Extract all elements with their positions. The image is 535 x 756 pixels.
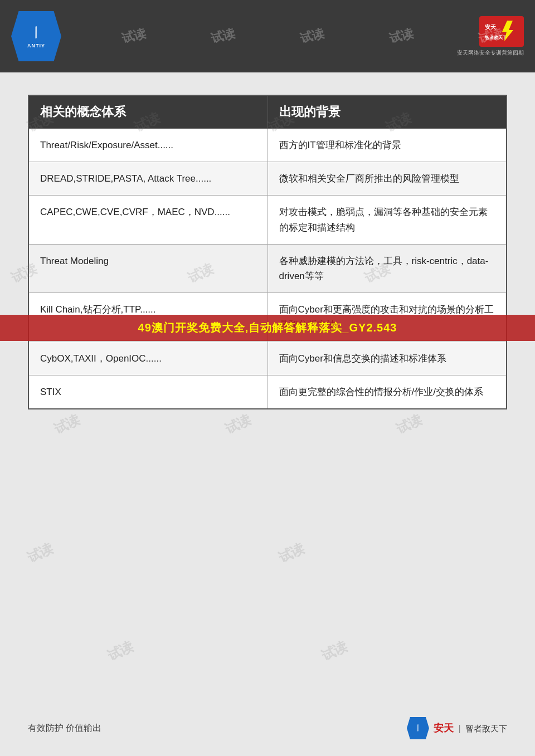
table-row: CAPEC,CWE,CVE,CVRF，MAEC，NVD......对攻击模式，脆…: [28, 196, 507, 244]
table-cell-col1: STIX: [28, 375, 268, 409]
logo-inner: / ANTIY: [27, 24, 45, 48]
table-cell-col2: 各种威胁建模的方法论，工具，risk-centric，data-driven等等: [268, 244, 507, 292]
table-row: Threat Modeling各种威胁建模的方法论，工具，risk-centri…: [28, 244, 507, 292]
table-cell-col1: CybOX,TAXII，OpenIOC......: [28, 342, 268, 375]
footer-left-text: 有效防护 价值输出: [28, 723, 101, 734]
table-cell-col1: Threat/Risk/Exposure/Asset......: [28, 129, 268, 162]
table-cell-col2: 西方的IT管理和标准化的背景: [268, 129, 507, 162]
footer-right: / 安天 | 智者敌天下: [407, 717, 507, 739]
header-watermarks: 试读 试读 试读 试读 试读 试读: [0, 0, 535, 72]
table-cell-col1: CAPEC,CWE,CVE,CVRF，MAEC，NVD......: [28, 196, 268, 244]
main-content: 49澳门开奖免费大全,自动解答解释落实_GY2.543 相关的概念体系 出现的背…: [0, 72, 535, 432]
header-wm-3: 试读: [209, 25, 237, 47]
table-row: DREAD,STRIDE,PASTA, Attack Tree......微软和…: [28, 162, 507, 196]
footer-logo: /: [407, 717, 429, 739]
header-wm-5: 试读: [387, 25, 415, 47]
header: 试读 试读 试读 试读 试读 试读 / ANTIY 安天 智者敌天下: [0, 0, 535, 72]
header-wm-4: 试读: [298, 25, 326, 47]
watermark-10: 试读: [24, 539, 56, 567]
spam-banner: 49澳门开奖免费大全,自动解答解释落实_GY2.543: [0, 315, 535, 341]
footer-brand-sub: 智者敌天下: [465, 724, 507, 733]
footer-brand-text: 安天 | 智者敌天下: [434, 721, 507, 735]
footer: 有效防护 价值输出 / 安天 | 智者敌天下: [0, 717, 535, 739]
header-right-brand: 安天 智者敌天下: [482, 18, 521, 45]
footer-brand: 安天: [434, 723, 454, 734]
logo: / ANTIY: [11, 11, 61, 61]
logo-slash: /: [25, 22, 47, 43]
watermark-13: 试读: [318, 638, 350, 665]
table-row: Threat/Risk/Exposure/Asset......西方的IT管理和…: [28, 129, 507, 162]
table-cell-col1: DREAD,STRIDE,PASTA, Attack Tree......: [28, 162, 268, 196]
watermark-11: 试读: [276, 539, 308, 567]
col2-header: 出现的背景: [268, 95, 507, 129]
header-right: 安天 智者敌天下 安天网络安全专训营第四期: [457, 16, 524, 57]
table-row: STIX面向更完整的综合性的情报分析/作业/交换的体系: [28, 375, 507, 409]
table-header-row: 相关的概念体系 出现的背景: [28, 95, 507, 129]
table-row: CybOX,TAXII，OpenIOC......面向Cyber和信息交换的描述…: [28, 342, 507, 375]
table-cell-col2: 面向Cyber和信息交换的描述和标准体系: [268, 342, 507, 375]
header-subtitle: 安天网络安全专训营第四期: [457, 49, 524, 57]
svg-text:智者敌天下: 智者敌天下: [484, 35, 507, 40]
header-wm-2: 试读: [120, 25, 148, 47]
header-right-logo-box: 安天 智者敌天下: [479, 16, 524, 47]
table-cell-col1: Threat Modeling: [28, 244, 268, 292]
watermark-12: 试读: [104, 638, 136, 665]
table-cell-col2: 对攻击模式，脆弱点，漏洞等各种基础的安全元素的标定和描述结构: [268, 196, 507, 244]
col1-header: 相关的概念体系: [28, 95, 268, 129]
main-table: 相关的概念体系 出现的背景 Threat/Risk/Exposure/Asset…: [28, 95, 507, 409]
table-cell-col2: 面向更完整的综合性的情报分析/作业/交换的体系: [268, 375, 507, 409]
footer-logo-slash: /: [415, 723, 420, 734]
table-cell-col2: 微软和相关安全厂商所推出的风险管理模型: [268, 162, 507, 196]
footer-separator: |: [458, 724, 460, 733]
svg-text:安天: 安天: [484, 24, 497, 30]
